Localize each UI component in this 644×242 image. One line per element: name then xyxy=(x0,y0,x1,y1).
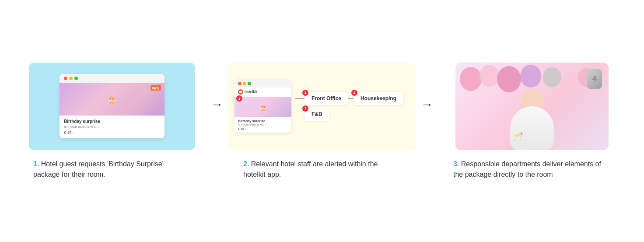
front-office-label: Front Office xyxy=(312,95,341,102)
hotelkit-window-wrapper: hotelkit 1 🎂 Birthday surprise Is it you… xyxy=(234,80,291,133)
housekeeping-badge: 1 xyxy=(351,90,357,96)
dot-red xyxy=(64,77,67,80)
fb-badge: 1 xyxy=(302,105,308,112)
person-container: 🥂 xyxy=(504,84,560,150)
arrow-1-symbol: → xyxy=(211,98,223,112)
step-2-description: 2. Relevant hotel staff are alerted with… xyxy=(239,159,405,180)
step-3-number: 3. xyxy=(453,160,459,168)
fb-label: F&B xyxy=(312,111,322,117)
arrow-2-symbol: → xyxy=(421,98,433,112)
step-1-number: 1. xyxy=(33,160,39,168)
hotelkit-logo-text: hotelkit xyxy=(245,90,257,94)
hk-dot-green xyxy=(248,82,251,85)
number-balloon: 4 xyxy=(587,69,602,89)
champagne-icon: 🥂 xyxy=(512,131,523,141)
balloons-scene: 4 🥂 xyxy=(455,63,609,150)
hotelkit-icon xyxy=(238,89,243,95)
fb-dept: 1 F&B xyxy=(304,108,329,121)
housekeeping-label: Housekeeping xyxy=(360,95,396,102)
front-office-row: 1 Front Office 1 Housekeeping xyxy=(295,92,403,105)
arrow-2: → xyxy=(416,63,438,112)
arrow-1: → xyxy=(206,63,228,112)
product-subtitle: Is it your loved one's... xyxy=(64,125,160,129)
hk-cake-icon: 🎂 xyxy=(259,104,267,111)
hk-product-subtitle: Is it your loved one's... xyxy=(238,123,288,126)
step-2-text: Relevant hotel staff are alerted within … xyxy=(243,160,378,178)
person-body xyxy=(510,106,554,150)
department-connections: 1 Front Office 1 Housekeeping xyxy=(295,92,403,121)
connector-line-1b xyxy=(348,98,354,99)
step-3: 4 🥂 3. Responsible departments deliver e… xyxy=(438,63,626,180)
hk-product-price: € 45,- xyxy=(238,127,288,130)
hotelkit-img: 1 🎂 xyxy=(234,97,291,117)
fb-row: 1 F&B xyxy=(295,108,403,121)
step-2-number: 2. xyxy=(243,160,249,168)
step-2: hotelkit 1 🎂 Birthday surprise Is it you… xyxy=(228,63,416,180)
front-office-dept: 1 Front Office xyxy=(304,92,348,105)
step-2-visual: hotelkit 1 🎂 Birthday surprise Is it you… xyxy=(228,63,416,150)
connector-line-2 xyxy=(295,114,304,115)
hotelkit-bar xyxy=(234,80,291,88)
housekeeping-dept: 1 Housekeeping xyxy=(354,92,403,105)
product-price: € 45,- xyxy=(64,130,160,135)
step-1: oply 🎂 Birthday surprise Is it your love… xyxy=(18,63,206,180)
hk-dot-red xyxy=(238,82,242,85)
hotelkit-card-info: Birthday surprise Is it your loved one's… xyxy=(234,117,291,133)
step-3-visual: 4 🥂 xyxy=(438,63,626,150)
balloon-1 xyxy=(460,67,482,91)
step-1-visual: oply 🎂 Birthday surprise Is it your love… xyxy=(18,63,206,150)
browser-bar xyxy=(60,74,164,83)
product-logo: oply xyxy=(150,85,161,91)
hotelkit-notif-badge: 1 xyxy=(236,95,242,102)
step-3-text: Responsible departments deliver elements… xyxy=(453,160,601,178)
product-image: oply 🎂 xyxy=(60,83,164,116)
step-1-description: 1. Hotel guest requests 'Birthday Surpri… xyxy=(29,159,195,180)
connector-line-1 xyxy=(295,98,304,99)
browser-window: oply 🎂 Birthday surprise Is it your love… xyxy=(60,74,164,138)
step-1-card: oply 🎂 Birthday surprise Is it your love… xyxy=(29,63,195,150)
hotelkit-window: hotelkit 1 🎂 Birthday surprise Is it you… xyxy=(234,80,291,133)
main-container: oply 🎂 Birthday surprise Is it your love… xyxy=(18,63,626,180)
hk-product-title: Birthday surprise xyxy=(238,119,288,123)
step-2-inner: hotelkit 1 🎂 Birthday surprise Is it you… xyxy=(234,80,410,133)
step-1-text: Hotel guest requests 'Birthday Surprise'… xyxy=(33,160,164,178)
browser-content: oply 🎂 Birthday surprise Is it your love… xyxy=(60,83,164,138)
step-2-card: hotelkit 1 🎂 Birthday surprise Is it you… xyxy=(228,63,416,150)
step-3-description: 3. Responsible departments deliver eleme… xyxy=(449,159,615,180)
hk-dot-yellow xyxy=(243,82,246,85)
product-title: Birthday surprise xyxy=(64,119,160,124)
candles-icon: 🎂 xyxy=(107,95,117,104)
step-3-image: 4 🥂 xyxy=(455,63,609,150)
front-office-badge: 1 xyxy=(302,90,308,96)
dot-yellow xyxy=(69,77,73,80)
product-info: Birthday surprise Is it your loved one's… xyxy=(60,116,164,138)
balloon-2 xyxy=(480,65,499,87)
step-3-card: 4 🥂 xyxy=(455,63,609,150)
dot-green xyxy=(74,77,78,80)
hotelkit-logo: hotelkit xyxy=(234,88,291,97)
